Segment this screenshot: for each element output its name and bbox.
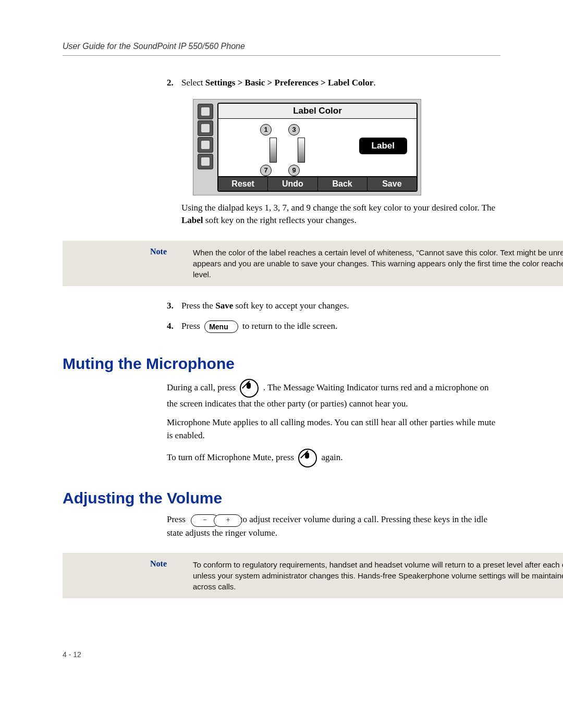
dialkey-9-badge: 9: [288, 165, 300, 176]
page: User Guide for the SoundPoint IP 550/560…: [0, 0, 563, 700]
note-callout: Note When the color of the label reaches…: [63, 241, 563, 286]
softkey-back: Back: [318, 177, 368, 191]
dialkey-1-badge: 1: [260, 124, 272, 135]
step-number: 2.: [167, 77, 181, 90]
color-sliders: 1 3 7 9: [260, 124, 317, 176]
text: To turn off Microphone Mute, press: [167, 452, 296, 462]
text: During a call, press: [167, 382, 238, 392]
phone-screen-figure: Label Color 1 3: [193, 99, 500, 195]
note-text: When the color of the label reaches a ce…: [193, 247, 563, 280]
note-text: To conform to regulatory requirements, h…: [193, 559, 563, 592]
text: again.: [322, 452, 343, 462]
text: Using the dialpad keys 1, 3, 7, and 9 ch…: [181, 203, 495, 213]
screen-title: Label Color: [218, 104, 417, 119]
step-number: 3.: [167, 300, 181, 313]
volume-rocker-icon: − +: [191, 513, 235, 527]
text: Press the: [181, 301, 215, 311]
line-key-icon: [198, 120, 213, 136]
note-label: Note: [63, 247, 193, 280]
save-word: Save: [215, 301, 233, 311]
running-header: User Guide for the SoundPoint IP 550/560…: [63, 42, 500, 56]
step-text: Press Menu to return to the idle screen.: [181, 320, 500, 333]
paragraph: During a call, press . The Message Waiti…: [167, 379, 500, 411]
text: Press: [167, 514, 188, 524]
note-label: Note: [63, 559, 193, 592]
line-key-icon: [198, 104, 213, 119]
text: .: [373, 78, 375, 88]
body-column: 2. Select Settings > Basic > Preferences…: [167, 77, 500, 659]
text: soft key to accept your changes.: [233, 301, 349, 311]
label-word: Label: [181, 215, 203, 225]
screen-panel: Label Color 1 3: [217, 103, 418, 192]
softkey-save: Save: [368, 177, 417, 191]
menu-path: Settings > Basic > Preferences > Label C…: [205, 78, 374, 88]
mute-button-icon: [240, 379, 259, 398]
slider-track: [298, 138, 305, 163]
paragraph: Using the dialpad keys 1, 3, 7, and 9 ch…: [181, 202, 500, 227]
screen-body: 1 3 7 9: [218, 119, 417, 176]
paragraph: Microphone Mute applies to all calling m…: [167, 416, 500, 442]
slider-track: [270, 138, 277, 163]
softkey-reset: Reset: [218, 177, 268, 191]
step-number: 4.: [167, 320, 181, 333]
line-key-column: [197, 103, 215, 170]
menu-button-icon: Menu: [204, 320, 238, 333]
step-4: 4. Press Menu to return to the idle scre…: [167, 320, 500, 333]
step-text: Select Settings > Basic > Preferences > …: [181, 77, 500, 90]
step-text: Press the Save soft key to accept your c…: [181, 300, 500, 313]
line-key-icon: [198, 154, 213, 169]
screen-frame: Label Color 1 3: [193, 99, 421, 195]
step-2: 2. Select Settings > Basic > Preferences…: [167, 77, 500, 90]
volume-up-icon: +: [214, 514, 242, 527]
text: Select: [181, 78, 205, 88]
line-key-icon: [198, 137, 213, 153]
step-3: 3. Press the Save soft key to accept you…: [167, 300, 500, 313]
text: Press: [181, 321, 202, 331]
softkey-undo: Undo: [268, 177, 317, 191]
paragraph: Press − + to adjust receiver volume duri…: [167, 513, 500, 540]
text: soft key on the right reflects your chan…: [203, 215, 357, 225]
heading-muting-microphone: Muting the Microphone: [63, 355, 500, 373]
mute-button-icon: [298, 449, 317, 467]
page-number: 4 - 12: [63, 650, 500, 659]
dialkey-7-badge: 7: [260, 165, 272, 176]
note-callout: Note To conform to regulatory requiremen…: [63, 553, 563, 598]
label-preview-button: Label: [359, 138, 407, 154]
dialkey-3-badge: 3: [288, 124, 300, 135]
paragraph: To turn off Microphone Mute, press again…: [167, 449, 500, 467]
heading-adjusting-volume: Adjusting the Volume: [63, 489, 500, 507]
text: to return to the idle screen.: [242, 321, 337, 331]
softkey-row: Reset Undo Back Save: [218, 176, 417, 191]
